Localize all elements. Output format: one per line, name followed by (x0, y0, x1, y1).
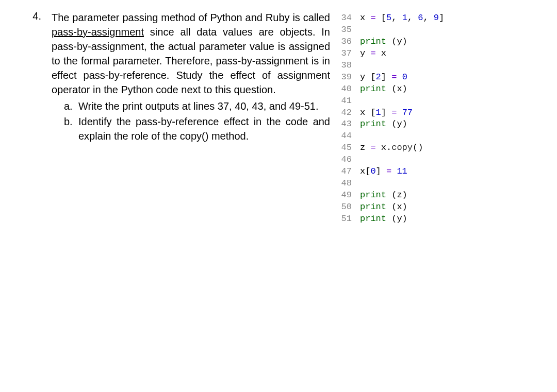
code-token: x (381, 48, 386, 58)
code-text (360, 130, 516, 142)
code-token: y (360, 72, 370, 82)
code-line: 39y [2] = 0 (340, 72, 516, 83)
code-token: print (360, 84, 391, 94)
code-line: 45z = x.copy() (340, 142, 516, 154)
line-number: 39 (340, 72, 360, 83)
code-token: 11 (397, 166, 407, 176)
code-token: x (360, 13, 370, 23)
code-token: = (391, 108, 402, 117)
code-line: 40print (x) (340, 83, 516, 95)
code-text: print (x) (360, 83, 516, 95)
code-token: = (386, 166, 397, 176)
code-line: 48 (340, 178, 516, 190)
line-number: 49 (340, 190, 360, 201)
code-token: , (423, 13, 433, 23)
line-number: 47 (340, 166, 360, 178)
code-token: , (391, 13, 402, 23)
code-line: 44 (340, 130, 516, 142)
code-token: print (360, 190, 391, 200)
line-number: 40 (340, 83, 360, 95)
code-token: = (370, 48, 381, 58)
code-line: 35 (340, 24, 516, 36)
code-text (360, 60, 516, 72)
code-token: . (386, 143, 391, 152)
code-token: (y) (391, 214, 407, 224)
line-number: 35 (340, 24, 360, 36)
sub-marker: b. (64, 114, 78, 143)
code-token: [ (365, 166, 370, 176)
code-line: 47x[0] = 11 (340, 166, 516, 178)
code-token: print (360, 37, 391, 46)
code-token: 1 (402, 13, 407, 23)
code-token: 2 (376, 72, 381, 82)
line-number: 44 (340, 130, 360, 142)
code-token: (x) (391, 202, 407, 212)
question-number: 4. (21, 10, 46, 22)
code-token: x (360, 108, 370, 117)
code-text: print (y) (360, 118, 516, 130)
code-text (360, 154, 516, 166)
code-token: (y) (391, 37, 407, 46)
sub-question-list: a. Write the print outputs at lines 37, … (52, 99, 330, 143)
line-number: 34 (340, 12, 360, 24)
code-line: 46 (340, 154, 516, 166)
line-number: 50 (340, 201, 360, 213)
code-line: 41 (340, 95, 516, 107)
underlined-term: pass-by-assignment (52, 26, 144, 38)
code-token: ] (376, 166, 386, 176)
code-token: 5 (386, 13, 391, 23)
code-token: 1 (376, 108, 381, 117)
code-token: 9 (434, 13, 439, 23)
code-token: = (391, 72, 402, 82)
code-token: print (360, 202, 391, 212)
code-token: x (381, 143, 386, 152)
line-number: 41 (340, 95, 360, 107)
code-token: copy (391, 143, 413, 152)
code-text: y [2] = 0 (360, 72, 516, 83)
code-text: y = x (360, 48, 516, 60)
code-token: ] (439, 13, 444, 23)
code-text (360, 178, 516, 190)
code-token: 6 (418, 13, 423, 23)
code-token: print (360, 119, 391, 129)
code-text (360, 95, 516, 107)
code-token: , (407, 13, 418, 23)
line-number: 42 (340, 107, 360, 119)
line-number: 51 (340, 213, 360, 225)
code-token: (z) (391, 190, 407, 200)
code-line: 38 (340, 60, 516, 72)
code-text (360, 24, 516, 36)
line-number: 45 (340, 142, 360, 154)
code-token: (x) (391, 84, 407, 94)
line-number: 37 (340, 48, 360, 60)
code-text: x [1] = 77 (360, 107, 516, 119)
code-token: () (413, 143, 423, 152)
code-token: (y) (391, 119, 407, 129)
code-token: [ (370, 72, 375, 82)
sub-marker: a. (64, 99, 78, 113)
document-root: 4. The parameter passing method of Pytho… (21, 10, 536, 225)
code-token: [ (381, 13, 386, 23)
code-token: z (360, 143, 370, 152)
code-line: 51print (y) (340, 213, 516, 225)
code-token: = (370, 143, 381, 152)
code-token: 0 (402, 72, 407, 82)
code-token: x (360, 166, 365, 176)
code-text: print (y) (360, 213, 516, 225)
code-text: x = [5, 1, 6, 9] (360, 12, 516, 24)
sub-item-b: b. Identify the pass-by-reference effect… (64, 114, 330, 143)
question-column: 4. The parameter passing method of Pytho… (21, 10, 330, 225)
code-column: 34x = [5, 1, 6, 9]3536print (y)37y = x38… (340, 10, 516, 225)
sub-item-a: a. Write the print outputs at lines 37, … (64, 99, 330, 113)
line-number: 48 (340, 178, 360, 190)
code-token: = (370, 13, 381, 23)
code-line: 49print (z) (340, 190, 516, 201)
question-body: The parameter passing method of Python a… (52, 10, 330, 143)
line-number: 46 (340, 154, 360, 166)
code-text: print (x) (360, 201, 516, 213)
code-line: 43print (y) (340, 118, 516, 130)
code-line: 50print (x) (340, 201, 516, 213)
code-text: x[0] = 11 (360, 166, 516, 178)
code-line: 34x = [5, 1, 6, 9] (340, 12, 516, 24)
code-token: 77 (402, 108, 413, 117)
